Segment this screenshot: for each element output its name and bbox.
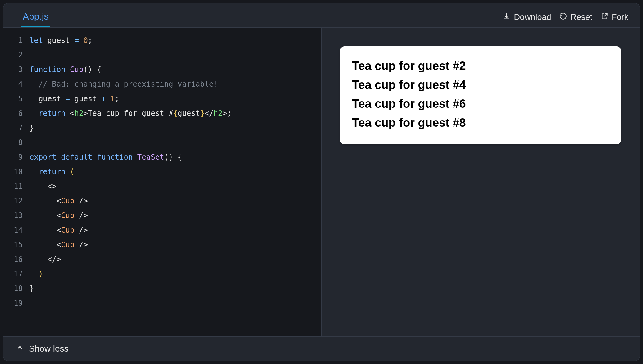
sandbox-body: 12345678910111213141516171819 let guest … bbox=[3, 28, 640, 336]
line-number: 7 bbox=[3, 121, 23, 135]
code-line[interactable]: <Cup /> bbox=[30, 194, 321, 208]
code-line[interactable] bbox=[30, 48, 321, 62]
file-tabs: App.js bbox=[3, 3, 50, 27]
reset-button[interactable]: Reset bbox=[559, 12, 592, 22]
show-less-toggle[interactable]: Show less bbox=[3, 336, 640, 361]
code-line[interactable]: } bbox=[30, 121, 321, 135]
code-line[interactable]: let guest = 0; bbox=[30, 33, 321, 48]
tab-app-js[interactable]: App.js bbox=[21, 5, 50, 27]
code-line[interactable] bbox=[30, 135, 321, 150]
fork-label: Fork bbox=[612, 12, 628, 22]
show-less-label: Show less bbox=[29, 344, 69, 354]
code-line[interactable]: <Cup /> bbox=[30, 223, 321, 238]
line-number: 5 bbox=[3, 92, 23, 106]
download-button[interactable]: Download bbox=[503, 12, 551, 22]
line-number: 11 bbox=[3, 179, 23, 194]
fork-button[interactable]: Fork bbox=[600, 12, 628, 22]
line-number: 1 bbox=[3, 33, 23, 48]
sandbox-panel: App.js Download Reset bbox=[3, 3, 640, 361]
line-number: 8 bbox=[3, 135, 23, 150]
line-number: 6 bbox=[3, 106, 23, 121]
code-line[interactable]: // Bad: changing a preexisting variable! bbox=[30, 77, 321, 92]
line-number: 18 bbox=[3, 281, 23, 296]
preview-heading: Tea cup for guest #4 bbox=[352, 78, 609, 92]
code-editor[interactable]: 12345678910111213141516171819 let guest … bbox=[3, 28, 322, 336]
action-bar: Download Reset Fork bbox=[503, 12, 628, 27]
line-number: 15 bbox=[3, 238, 23, 252]
code-line[interactable]: function Cup() { bbox=[30, 62, 321, 77]
line-number: 13 bbox=[3, 208, 23, 223]
external-link-icon bbox=[600, 12, 609, 22]
reset-icon bbox=[559, 12, 567, 22]
preview-heading: Tea cup for guest #6 bbox=[352, 97, 609, 111]
code-content[interactable]: let guest = 0;function Cup() { // Bad: c… bbox=[30, 33, 321, 336]
line-number: 12 bbox=[3, 194, 23, 208]
code-line[interactable]: guest = guest + 1; bbox=[30, 92, 321, 106]
download-label: Download bbox=[514, 12, 551, 22]
preview-output: Tea cup for guest #2Tea cup for guest #4… bbox=[340, 46, 621, 144]
download-icon bbox=[503, 12, 511, 22]
code-line[interactable] bbox=[30, 296, 321, 311]
code-line[interactable]: } bbox=[30, 281, 321, 296]
code-line[interactable]: return ( bbox=[30, 165, 321, 179]
code-line[interactable]: export default function TeaSet() { bbox=[30, 150, 321, 165]
line-number: 3 bbox=[3, 62, 23, 77]
preview-heading: Tea cup for guest #8 bbox=[352, 116, 609, 130]
code-line[interactable]: </> bbox=[30, 252, 321, 267]
line-number: 9 bbox=[3, 150, 23, 165]
line-number: 16 bbox=[3, 252, 23, 267]
code-line[interactable]: <> bbox=[30, 179, 321, 194]
line-number: 19 bbox=[3, 296, 23, 311]
topbar: App.js Download Reset bbox=[3, 3, 640, 28]
preview-heading: Tea cup for guest #2 bbox=[352, 59, 609, 73]
line-number-gutter: 12345678910111213141516171819 bbox=[3, 33, 30, 336]
line-number: 17 bbox=[3, 267, 23, 281]
chevron-up-icon bbox=[16, 344, 24, 354]
code-line[interactable]: <Cup /> bbox=[30, 238, 321, 252]
line-number: 10 bbox=[3, 165, 23, 179]
line-number: 4 bbox=[3, 77, 23, 92]
line-number: 14 bbox=[3, 223, 23, 238]
code-line[interactable]: <Cup /> bbox=[30, 208, 321, 223]
preview-pane: Tea cup for guest #2Tea cup for guest #4… bbox=[322, 28, 640, 336]
line-number: 2 bbox=[3, 48, 23, 62]
reset-label: Reset bbox=[570, 12, 592, 22]
code-line[interactable]: return <h2>Tea cup for guest #{guest}</h… bbox=[30, 106, 321, 121]
code-line[interactable]: ) bbox=[30, 267, 321, 281]
